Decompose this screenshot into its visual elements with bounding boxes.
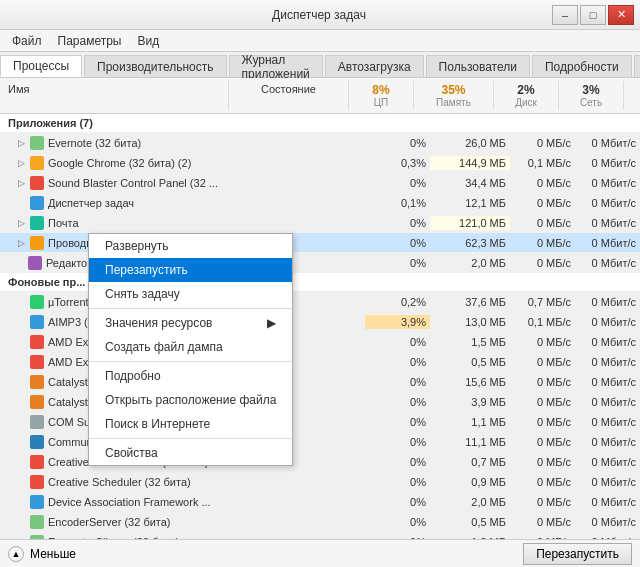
tab-processes[interactable]: Процессы: [0, 55, 82, 77]
app-icon: [30, 435, 44, 449]
table-row[interactable]: ▷ Evernote (32 бита) 0% 26,0 МБ 0 МБ/с 0…: [0, 133, 640, 153]
ctx-end-task[interactable]: Снять задачу: [89, 282, 292, 306]
col-disk[interactable]: 2% Диск: [494, 81, 559, 110]
content-area: Имя Состояние 8% ЦП 35% Память 2% Диск 3…: [0, 78, 640, 539]
expand-icon[interactable]: ▷: [16, 138, 26, 148]
expand-icon[interactable]: ▷: [16, 178, 26, 188]
submenu-arrow-icon: ▶: [267, 316, 276, 330]
app-icon: [30, 315, 44, 329]
tab-startup[interactable]: Автозагрузка: [325, 55, 424, 77]
ctx-sep1: [89, 308, 292, 309]
app-icon: [30, 335, 44, 349]
table-header: Имя Состояние 8% ЦП 35% Память 2% Диск 3…: [0, 78, 640, 114]
window-controls: – □ ✕: [552, 5, 634, 25]
context-menu: Развернуть Перезапустить Снять задачу Зн…: [88, 233, 293, 466]
titlebar: Диспетчер задач – □ ✕: [0, 0, 640, 30]
app-icon: [30, 455, 44, 469]
app-icon: [30, 156, 44, 170]
col-state: Состояние: [229, 81, 349, 110]
statusbar: ▲ Меньше Перезапустить: [0, 539, 640, 567]
table-row[interactable]: ▷ Evernote Clipper (32 бита) 0% 1,3 МБ 0…: [0, 532, 640, 539]
close-button[interactable]: ✕: [608, 5, 634, 25]
expand-icon[interactable]: ▷: [16, 218, 26, 228]
app-icon: [30, 495, 44, 509]
tab-users[interactable]: Пользователи: [426, 55, 530, 77]
app-icon: [30, 176, 44, 190]
table-row[interactable]: ▷ Диспетчер задач 0,1% 12,1 МБ 0 МБ/с 0 …: [0, 193, 640, 213]
app-icon: [30, 535, 44, 540]
table-row[interactable]: ▷ Google Chrome (32 бита) (2) 0,3% 144,9…: [0, 153, 640, 173]
ctx-expand[interactable]: Развернуть: [89, 234, 292, 258]
ctx-details[interactable]: Подробно: [89, 364, 292, 388]
app-icon: [30, 236, 44, 250]
app-icon: [30, 395, 44, 409]
ctx-sep2: [89, 361, 292, 362]
app-icon: [30, 475, 44, 489]
menu-file[interactable]: Файл: [4, 33, 50, 49]
app-icon: [30, 196, 44, 210]
section-apps-header: Приложения (7): [0, 114, 640, 133]
ctx-create-dump[interactable]: Создать файл дампа: [89, 335, 292, 359]
table-row[interactable]: ▷ EncoderServer (32 бита) 0% 0,5 МБ 0 МБ…: [0, 512, 640, 532]
tabs-bar: Процессы Производительность Журнал прило…: [0, 52, 640, 78]
window-title: Диспетчер задач: [86, 8, 552, 22]
menu-view[interactable]: Вид: [129, 33, 167, 49]
restart-button[interactable]: Перезапустить: [523, 543, 632, 565]
ctx-sep3: [89, 438, 292, 439]
ctx-search-internet[interactable]: Поиск в Интернете: [89, 412, 292, 436]
app-icon: [30, 355, 44, 369]
menu-params[interactable]: Параметры: [50, 33, 130, 49]
expand-icon[interactable]: ▷: [16, 238, 26, 248]
app-icon: [30, 136, 44, 150]
app-icon: [30, 216, 44, 230]
app-icon: [30, 375, 44, 389]
tab-performance[interactable]: Производительность: [84, 55, 226, 77]
minimize-button[interactable]: –: [552, 5, 578, 25]
app-icon: [28, 256, 42, 270]
ctx-restart[interactable]: Перезапустить: [89, 258, 292, 282]
col-memory[interactable]: 35% Память: [414, 81, 494, 110]
col-cpu[interactable]: 8% ЦП: [349, 81, 414, 110]
ctx-properties[interactable]: Свойства: [89, 441, 292, 465]
ctx-resource-values[interactable]: Значения ресурсов ▶: [89, 311, 292, 335]
col-name: Имя: [0, 81, 229, 110]
app-icon: [30, 515, 44, 529]
ctx-open-location[interactable]: Открыть расположение файла: [89, 388, 292, 412]
tab-app-history[interactable]: Журнал приложений: [229, 55, 323, 77]
app-icon: [30, 415, 44, 429]
menubar: Файл Параметры Вид: [0, 30, 640, 52]
col-net[interactable]: 3% Сеть: [559, 81, 624, 110]
tab-details[interactable]: Подробности: [532, 55, 632, 77]
app-icon: [30, 295, 44, 309]
table-row[interactable]: ▷ Creative Scheduler (32 бита) 0% 0,9 МБ…: [0, 472, 640, 492]
table-row[interactable]: ▷ Почта 0% 121,0 МБ 0 МБ/с 0 Мбит/с: [0, 213, 640, 233]
tab-services[interactable]: Службы: [634, 55, 640, 77]
expand-icon[interactable]: ▷: [16, 158, 26, 168]
maximize-button[interactable]: □: [580, 5, 606, 25]
table-row[interactable]: ▷ Sound Blaster Control Panel (32 ... 0%…: [0, 173, 640, 193]
collapse-arrow-icon: ▲: [8, 546, 24, 562]
less-label[interactable]: Меньше: [30, 547, 76, 561]
table-row[interactable]: ▷ Device Association Framework ... 0% 2,…: [0, 492, 640, 512]
